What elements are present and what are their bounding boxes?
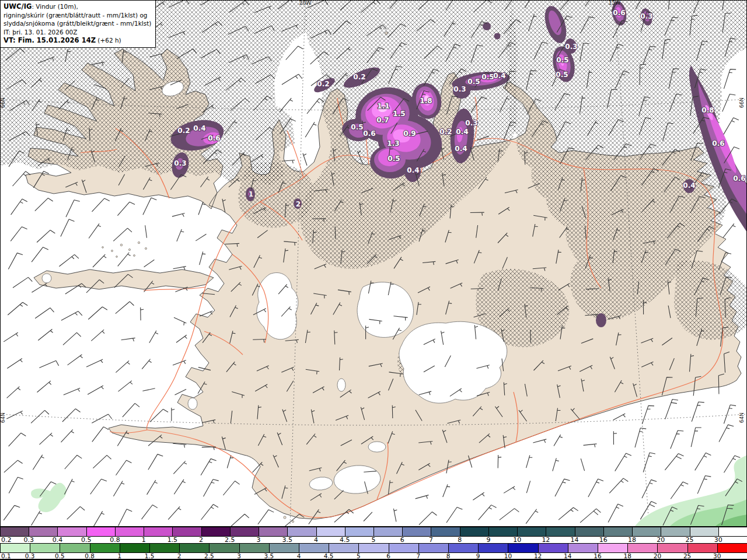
precip-value-label: 2 xyxy=(296,200,301,208)
legend-swatch xyxy=(661,527,690,537)
rain-legend-swatches xyxy=(0,543,747,553)
legend-swatch xyxy=(239,543,270,553)
precip-value-label: 0.3 xyxy=(465,119,477,127)
title-box: UWC/IG: Vindur (10m), rigning/skúrir (gr… xyxy=(0,0,156,48)
legend-swatch xyxy=(144,527,173,537)
legend-tick-label: 14 xyxy=(564,553,571,559)
legend-swatch xyxy=(259,527,288,537)
precip-value-label: 0.7 xyxy=(376,116,389,124)
precip-value-label: 0.9 xyxy=(403,130,416,138)
legend-swatch xyxy=(632,527,661,537)
legend-tick-label: 0.3 xyxy=(23,537,34,543)
legend-swatch xyxy=(389,543,419,553)
legend-tick-label: 3.5 xyxy=(282,537,293,543)
legend-swatch xyxy=(299,543,329,553)
precip-value-label: 0.4 xyxy=(193,124,205,132)
precip-value-label: 0.5 xyxy=(556,56,568,64)
precip-value-label: 0.2 xyxy=(177,127,190,135)
precip-value-label: 0.4 xyxy=(455,145,467,153)
precip-value-label: 0.3 xyxy=(640,12,652,20)
precip-value-label: 0.6 xyxy=(613,9,625,17)
legend-swatch xyxy=(603,527,633,537)
snow-legend-ticks: 0.20.30.40.50.811.522.533.544.5567891012… xyxy=(0,537,747,543)
valid-time-line: VT: Fim. 15.01.2026 14Z (+62 h) xyxy=(4,36,151,45)
precip-value-label: 0.5 xyxy=(388,155,400,163)
precip-value-label: 0.6 xyxy=(363,130,375,138)
precip-value-label: 0.6 xyxy=(712,139,724,148)
precip-value-label: 0.5 xyxy=(481,73,494,81)
legend-tick-label: 14 xyxy=(571,537,579,543)
precip-value-label: 0.3 xyxy=(174,159,186,167)
legend-tick-label: 9 xyxy=(486,537,490,543)
precip-value-label: 0.4 xyxy=(683,181,695,190)
valid-time: VT: Fim. 15.01.2026 14Z xyxy=(4,36,96,44)
precip-value-label: 0.6 xyxy=(733,174,745,183)
precip-value-label: 0.5 xyxy=(467,78,480,86)
legend-swatch xyxy=(287,527,316,537)
legend-tick-label: 18 xyxy=(624,553,631,559)
legend-swatch xyxy=(718,527,747,537)
legend-tick-label: 6 xyxy=(400,537,404,543)
precip-value-label: 0.2 xyxy=(439,128,452,136)
product-code: UWC/IG xyxy=(4,2,32,10)
title-line1: UWC/IG: Vindur (10m), xyxy=(4,2,151,11)
legend-tick-label: 2.5 xyxy=(204,553,214,559)
legend-tick-label: 4 xyxy=(297,553,301,559)
rain-legend: 0.10.30.50.811.522.533.544.5567891012141… xyxy=(0,543,747,560)
legend-swatch xyxy=(598,543,628,553)
legend-tick-label: 20 xyxy=(654,553,661,559)
precip-value-label: 1.3 xyxy=(387,139,399,148)
legend-swatch xyxy=(568,543,598,553)
legend-tick-label: 4.5 xyxy=(324,553,334,559)
valid-time-offset: (+62 h) xyxy=(96,37,121,44)
legend-tick-label: 25 xyxy=(686,537,694,543)
legend-tick-label: 5 xyxy=(372,537,376,543)
legend-swatch xyxy=(431,527,460,537)
graticule-label: 66N xyxy=(739,97,745,108)
legend-swatch xyxy=(478,543,508,553)
legend-swatch xyxy=(517,527,546,537)
legend-swatch xyxy=(488,527,518,537)
legend-tick-label: 0.1 xyxy=(1,553,11,559)
legend-tick-label: 8 xyxy=(446,553,451,559)
precip-value-label: 0.5 xyxy=(351,123,363,131)
graticule-label: 64N xyxy=(739,412,745,423)
graticule-label: 15W xyxy=(609,0,620,6)
legend-swatch xyxy=(179,543,210,553)
legend-tick-label: 0.8 xyxy=(110,537,120,543)
legend-swatch xyxy=(201,527,231,537)
legend-tick-label: 2.5 xyxy=(225,537,235,543)
rain-legend-ticks: 0.10.30.50.811.522.533.544.5567891012141… xyxy=(0,553,747,560)
precip-value-label: 1.5 xyxy=(393,110,405,118)
legend-swatch xyxy=(418,543,449,553)
legend-swatch xyxy=(358,543,389,553)
legend-tick-label: 2 xyxy=(177,553,181,559)
graticule-label: 66N xyxy=(0,97,6,108)
precip-value-label: 0.4 xyxy=(456,128,468,136)
legend-tick-label: 4 xyxy=(314,537,318,543)
legend-swatch xyxy=(508,543,538,553)
init-time: IT: þri. 13. 01. 2026 00Z xyxy=(4,28,151,36)
title-line1-rest: : Vindur (10m), xyxy=(32,3,78,10)
legend-tick-label: 3 xyxy=(237,553,241,559)
precip-value-label: 0.2 xyxy=(317,80,329,88)
legend-tick-label: 10 xyxy=(513,537,521,543)
legend-tick-label: 0.5 xyxy=(55,553,65,559)
precip-value-label: 0.4 xyxy=(493,72,505,80)
legend-tick-label: 10 xyxy=(504,553,512,559)
legend-swatch xyxy=(0,527,29,537)
legend-tick-label: 3 xyxy=(257,537,261,543)
legend-swatch xyxy=(448,543,479,553)
precip-value-label: 1.8 xyxy=(420,97,432,105)
legend-swatch xyxy=(538,543,568,553)
sleet-snow-legend: 0.20.30.40.50.811.522.533.544.5567891012… xyxy=(0,527,747,543)
legend-swatch xyxy=(30,543,60,553)
legend-swatch xyxy=(209,543,239,553)
legend-swatch xyxy=(230,527,259,537)
precip-value-label: 0.5 xyxy=(556,71,568,79)
title-line2: rigning/skúrir (grænt/blátt/rautt - mm/1… xyxy=(4,11,151,19)
legend-tick-label: 7 xyxy=(416,553,420,559)
snow-legend-swatches xyxy=(0,527,747,537)
legend-tick-label: 4.5 xyxy=(340,537,350,543)
legend-swatch xyxy=(0,543,30,553)
